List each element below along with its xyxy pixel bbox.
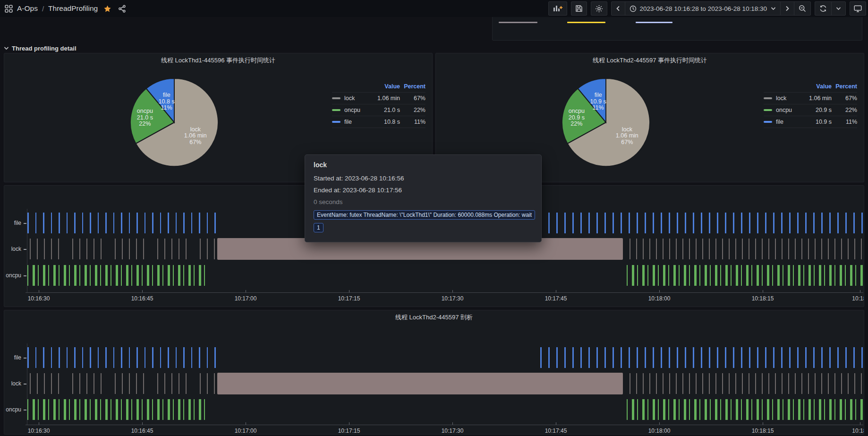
event-bar-file[interactable] — [121, 213, 122, 233]
event-bar-lock[interactable] — [37, 239, 38, 259]
event-bar-file[interactable] — [588, 213, 590, 233]
event-bar-oncpu[interactable] — [736, 265, 738, 286]
event-bar-oncpu[interactable] — [85, 265, 87, 286]
legend-header-percent[interactable]: Percent — [400, 83, 425, 90]
event-bar-file[interactable] — [757, 213, 758, 233]
event-bar-oncpu[interactable] — [668, 265, 669, 286]
event-bar-lock[interactable] — [801, 239, 802, 259]
event-bar-file[interactable] — [35, 347, 37, 368]
event-bar-file[interactable] — [168, 347, 169, 368]
event-bar-file[interactable] — [661, 347, 662, 368]
event-bar-lock[interactable] — [709, 239, 710, 259]
event-bar-file[interactable] — [98, 347, 99, 368]
event-bar-lock[interactable] — [179, 373, 179, 394]
event-bar-lock[interactable] — [762, 239, 763, 259]
event-bar-oncpu[interactable] — [767, 399, 769, 420]
event-bar-file[interactable] — [781, 213, 783, 233]
event-bar-oncpu[interactable] — [64, 265, 66, 286]
event-bar-oncpu[interactable] — [653, 399, 655, 420]
event-bar-lock[interactable] — [86, 239, 87, 259]
row-toggle-thread-profiling-detail[interactable]: Thread profiling detail — [4, 43, 77, 53]
event-bar-lock[interactable] — [122, 239, 123, 259]
event-bar-oncpu[interactable] — [126, 265, 128, 286]
event-bar-oncpu[interactable] — [762, 265, 763, 286]
event-bar-file[interactable] — [90, 347, 91, 368]
event-bar-lock[interactable] — [186, 373, 187, 394]
event-bar-oncpu[interactable] — [814, 265, 815, 286]
legend-series-file[interactable]: file — [332, 119, 369, 125]
event-bar-lock[interactable] — [768, 239, 769, 259]
event-bar-lock[interactable] — [755, 239, 756, 259]
event-bar-oncpu[interactable] — [642, 399, 645, 420]
event-bar-oncpu[interactable] — [183, 399, 184, 420]
event-bar-file[interactable] — [207, 347, 208, 368]
event-bar-oncpu[interactable] — [679, 399, 680, 420]
event-bar-oncpu[interactable] — [199, 399, 201, 420]
event-bar-oncpu[interactable] — [746, 265, 749, 286]
event-bar-file[interactable] — [621, 213, 622, 233]
event-bar-file[interactable] — [199, 213, 200, 233]
event-bar-lock[interactable] — [676, 373, 677, 394]
event-bar-oncpu[interactable] — [95, 399, 97, 420]
event-bar-lock[interactable] — [157, 239, 158, 259]
event-bar-oncpu[interactable] — [783, 265, 783, 286]
apps-icon[interactable] — [5, 5, 13, 13]
event-bar-oncpu[interactable] — [751, 265, 752, 286]
event-bar-oncpu[interactable] — [783, 399, 783, 420]
event-bar-oncpu[interactable] — [95, 265, 97, 286]
event-bar-lock[interactable] — [682, 239, 683, 259]
lock-wait-block[interactable] — [217, 373, 623, 394]
event-bar-oncpu[interactable] — [788, 399, 790, 420]
event-bar-oncpu[interactable] — [188, 399, 191, 420]
event-bar-lock[interactable] — [115, 373, 116, 394]
event-bar-oncpu[interactable] — [162, 399, 163, 420]
event-bar-lock[interactable] — [630, 239, 630, 259]
event-bar-lock[interactable] — [186, 239, 187, 259]
time-shift-forward-button[interactable] — [780, 2, 794, 15]
event-bar-lock[interactable] — [801, 373, 802, 394]
event-bar-lock[interactable] — [854, 373, 855, 394]
event-bar-file[interactable] — [588, 347, 590, 368]
event-bar-file[interactable] — [621, 347, 622, 368]
event-bar-file[interactable] — [113, 347, 115, 368]
event-bar-oncpu[interactable] — [715, 265, 717, 286]
event-bar-file[interactable] — [693, 347, 694, 368]
event-bar-oncpu[interactable] — [74, 399, 77, 420]
event-bar-oncpu[interactable] — [136, 265, 139, 286]
event-bar-oncpu[interactable] — [814, 399, 815, 420]
event-bar-oncpu[interactable] — [829, 399, 832, 420]
event-bar-oncpu[interactable] — [668, 399, 669, 420]
event-bar-lock[interactable] — [200, 239, 201, 259]
event-bar-lock[interactable] — [656, 373, 657, 394]
add-panel-button[interactable] — [548, 1, 567, 16]
panel-title[interactable]: 线程 LockThd2-445597 剖析 — [4, 313, 864, 322]
event-bar-lock[interactable] — [79, 373, 80, 394]
event-bar-oncpu[interactable] — [725, 399, 728, 420]
event-bar-file[interactable] — [853, 347, 855, 368]
event-bar-lock[interactable] — [44, 373, 45, 394]
event-bar-lock[interactable] — [207, 373, 208, 394]
event-bar-oncpu[interactable] — [173, 265, 174, 286]
event-bar-file[interactable] — [805, 213, 807, 233]
event-bar-lock[interactable] — [164, 239, 165, 259]
event-bar-oncpu[interactable] — [43, 399, 45, 420]
event-bar-oncpu[interactable] — [731, 399, 732, 420]
event-bar-oncpu[interactable] — [731, 265, 732, 286]
event-bar-lock[interactable] — [214, 239, 215, 259]
time-range-picker[interactable]: 2023-06-28 10:16:28 to 2023-06-28 10:18:… — [625, 2, 780, 15]
event-bar-oncpu[interactable] — [710, 399, 711, 420]
event-bar-oncpu[interactable] — [658, 399, 659, 420]
event-bar-oncpu[interactable] — [131, 399, 132, 420]
panel-title[interactable]: 线程 LockThd2-445597 事件执行时间统计 — [436, 56, 864, 65]
event-bar-oncpu[interactable] — [720, 399, 721, 420]
event-bar-file[interactable] — [121, 347, 122, 368]
event-bar-file[interactable] — [199, 347, 200, 368]
legend-series-lock[interactable]: lock — [332, 95, 369, 102]
event-bar-file[interactable] — [629, 213, 630, 233]
event-bar-file[interactable] — [725, 213, 726, 233]
event-bar-oncpu[interactable] — [725, 265, 728, 286]
event-bar-file[interactable] — [214, 213, 216, 233]
event-bar-lock[interactable] — [715, 373, 716, 394]
event-bar-oncpu[interactable] — [767, 265, 769, 286]
event-bar-oncpu[interactable] — [637, 399, 638, 420]
